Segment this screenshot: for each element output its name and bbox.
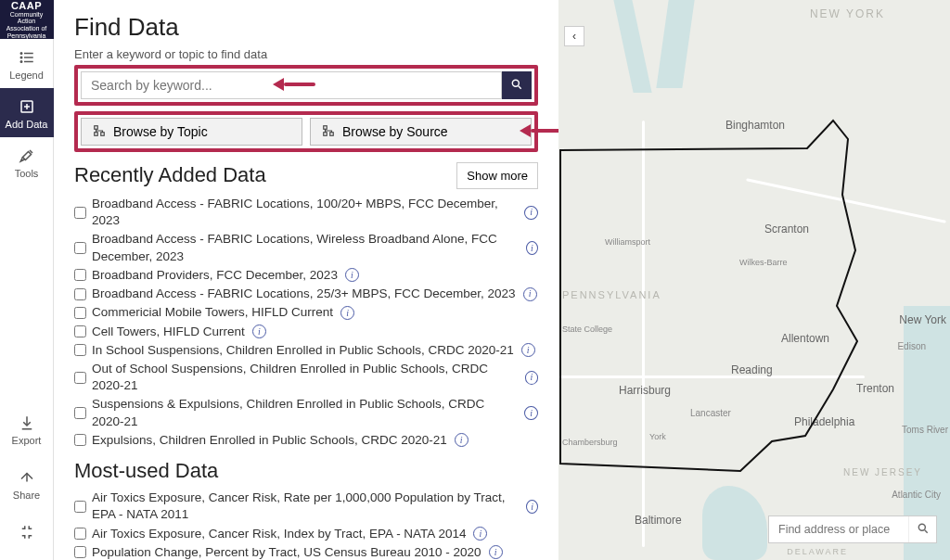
geosearch-button[interactable]	[908, 516, 936, 542]
layer-label[interactable]: Broadband Access - FABRIC Locations, Wir…	[92, 231, 519, 264]
browse-source-label: Browse by Source	[342, 124, 448, 139]
info-icon[interactable]: i	[525, 371, 538, 385]
main-panel: Find Data Enter a keyword or topic to fi…	[54, 0, 558, 560]
search-icon	[510, 78, 523, 94]
layer-label[interactable]: Broadband Providers, FCC December, 2023	[92, 267, 338, 284]
layer-checkbox[interactable]	[74, 207, 86, 219]
layer-checkbox[interactable]	[74, 528, 86, 540]
geosearch-input[interactable]	[769, 516, 908, 542]
sidebar-item-label: Legend	[9, 70, 44, 81]
layer-label[interactable]: Air Toxics Exposure, Cancer Risk, Rate p…	[92, 490, 519, 523]
list-item: Out of School Suspensions, Children Enro…	[74, 360, 538, 395]
layer-checkbox[interactable]	[74, 434, 86, 446]
map[interactable]: ‹ NEW YORK PENNSYLVANIA NEW JERSEY DELAW…	[558, 0, 950, 560]
chevron-left-icon: ‹	[572, 30, 576, 43]
info-icon[interactable]: i	[523, 287, 537, 301]
logo: CAAP Community Action Association of Pen…	[0, 0, 54, 39]
layer-label[interactable]: Cell Towers, HIFLD Current	[92, 324, 245, 340]
map-label-city: Lancaster	[690, 408, 731, 418]
browse-by-topic-button[interactable]: Browse by Topic	[81, 118, 302, 146]
recent-list: Broadband Access - FABRIC Locations, 100…	[74, 195, 538, 450]
sidebar-item-label: Add Data	[6, 119, 48, 130]
list-item: Broadband Access - FABRIC Locations, 25/…	[74, 285, 538, 303]
sidebar-item-tools[interactable]: Tools	[0, 137, 54, 186]
sidebar-item-label: Export	[12, 435, 42, 446]
list-item: In School Suspensions, Children Enrolled…	[74, 341, 538, 360]
sidebar-item-share[interactable]: Share	[0, 459, 54, 508]
list-item: Air Toxics Exposure, Cancer Risk, Rate p…	[74, 489, 538, 524]
map-label-city: Edison	[897, 341, 926, 351]
layer-checkbox[interactable]	[74, 269, 86, 281]
info-icon[interactable]: i	[524, 206, 538, 220]
layer-checkbox[interactable]	[74, 344, 86, 356]
map-label-city: Reading	[731, 363, 773, 376]
layer-label[interactable]: Population Change, Percent by Tract, US …	[92, 544, 481, 560]
svg-rect-16	[324, 132, 327, 135]
browse-topic-label: Browse by Topic	[113, 124, 208, 139]
layer-checkbox[interactable]	[74, 372, 86, 384]
layer-label[interactable]: Broadband Access - FABRIC Locations, 100…	[92, 196, 517, 229]
svg-rect-15	[330, 132, 334, 135]
layer-checkbox[interactable]	[74, 546, 86, 558]
info-icon[interactable]: i	[526, 241, 538, 255]
layer-checkbox[interactable]	[74, 242, 86, 254]
info-icon[interactable]: i	[340, 306, 354, 320]
svg-point-5	[20, 61, 22, 63]
map-label-city: Toms River	[902, 425, 948, 435]
layer-label[interactable]: In School Suspensions, Children Enrolled…	[92, 342, 514, 359]
layer-label[interactable]: Out of School Suspensions, Children Enro…	[92, 361, 518, 394]
browse-highlight: Browse by Topic Browse by Source	[74, 111, 538, 152]
info-icon[interactable]: i	[526, 500, 538, 514]
map-label-city: Trenton	[856, 382, 894, 395]
recent-heading: Recently Added Data	[74, 163, 266, 187]
list-item: Air Toxics Exposure, Cancer Risk, Index …	[74, 525, 538, 543]
info-icon[interactable]: i	[455, 433, 469, 447]
info-icon[interactable]: i	[489, 545, 503, 559]
layer-label[interactable]: Air Toxics Exposure, Cancer Risk, Index …	[92, 526, 466, 542]
panel-collapse-button[interactable]: ‹	[564, 26, 584, 46]
search-highlight	[74, 65, 538, 106]
map-label-city: Williamsport	[605, 237, 650, 247]
svg-rect-13	[95, 132, 98, 135]
search-button[interactable]	[502, 71, 532, 99]
layer-checkbox[interactable]	[74, 288, 86, 300]
sidebar-item-fullscreen[interactable]	[0, 514, 54, 554]
sidebar-item-label: Tools	[15, 168, 39, 179]
info-icon[interactable]: i	[473, 527, 487, 541]
layer-label[interactable]: Broadband Access - FABRIC Locations, 25/…	[92, 286, 516, 302]
list-item: Population Change, Percent by Tract, US …	[74, 543, 538, 560]
hierarchy-icon	[93, 124, 106, 140]
collapse-icon	[18, 523, 36, 541]
logo-subtext: Community Action Association of Pennsylv…	[0, 11, 54, 40]
map-label-state: PENNSYLVANIA	[562, 289, 661, 300]
layer-checkbox[interactable]	[74, 307, 86, 319]
download-icon	[18, 414, 36, 432]
arrow-annotation-icon	[520, 124, 558, 137]
search-hint: Enter a keyword or topic to find data	[74, 47, 538, 61]
layer-label[interactable]: Expulsions, Children Enrolled in Public …	[92, 432, 447, 449]
sidebar-item-add-data[interactable]: Add Data	[0, 88, 54, 137]
layer-label[interactable]: Commericial Mobile Towers, HIFLD Current	[92, 304, 333, 321]
info-icon[interactable]: i	[521, 343, 535, 357]
layer-checkbox[interactable]	[74, 407, 86, 419]
show-more-button[interactable]: Show more	[456, 162, 538, 189]
sidebar-item-legend[interactable]: Legend	[0, 39, 54, 88]
map-label-city: Harrisburg	[619, 384, 671, 397]
map-label-city: Scranton	[764, 223, 809, 235]
layer-label[interactable]: Suspensions & Expulsions, Children Enrol…	[92, 396, 517, 429]
map-label-city: Allentown	[781, 332, 829, 345]
list-item: Cell Towers, HIFLD Currenti	[74, 323, 538, 341]
list-item: Expulsions, Children Enrolled in Public …	[74, 431, 538, 450]
map-label-city: Atlantic City	[892, 490, 941, 500]
info-icon[interactable]: i	[345, 268, 359, 282]
browse-by-source-button[interactable]: Browse by Source	[310, 118, 532, 146]
sidebar-item-export[interactable]: Export	[0, 404, 54, 453]
layer-checkbox[interactable]	[74, 501, 86, 513]
wrench-icon	[18, 146, 36, 165]
layer-checkbox[interactable]	[74, 325, 86, 337]
svg-rect-12	[101, 132, 105, 135]
info-icon[interactable]: i	[524, 406, 538, 420]
info-icon[interactable]: i	[252, 325, 266, 338]
search-icon	[917, 522, 930, 538]
svg-rect-14	[324, 125, 327, 129]
